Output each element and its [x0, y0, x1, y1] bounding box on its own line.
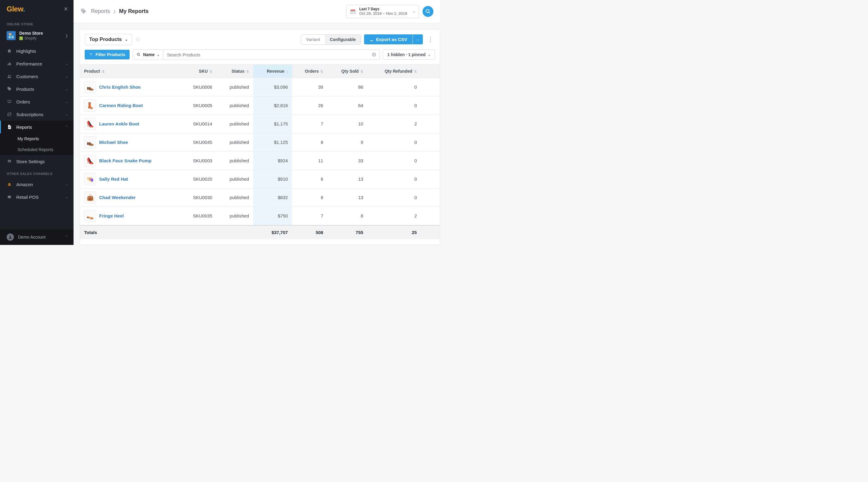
- more-menu-icon[interactable]: ⋮: [426, 36, 435, 43]
- column-header[interactable]: Status⇅: [216, 64, 253, 78]
- svg-line-16: [429, 12, 430, 13]
- cell-amt-refunded: $250: [421, 207, 440, 225]
- cell-qty-refunded: 0: [367, 170, 421, 188]
- cell-qty-sold: 13: [327, 188, 367, 207]
- store-selector[interactable]: 🏪 Demo Store Shopify ❯: [0, 28, 73, 45]
- totals-label: Totals: [80, 225, 180, 239]
- toggle-variant[interactable]: Variant: [301, 35, 325, 44]
- cell-orders: 7: [292, 207, 327, 225]
- column-header[interactable]: Amount Refunded⇅: [421, 64, 440, 78]
- column-header[interactable]: SKU⇅: [180, 64, 217, 78]
- cell-status: published: [216, 133, 253, 151]
- sort-down-icon: ↓: [286, 70, 288, 73]
- search-field-label: Name: [143, 52, 155, 57]
- cell-amt-refunded: $0: [421, 170, 440, 188]
- nav-label: Reports: [16, 124, 61, 130]
- sidebar-item-retail-pos[interactable]: Retail POS⌄: [0, 191, 73, 203]
- sidebar-item-customers[interactable]: Customers⌄: [0, 70, 73, 83]
- cell-sku: SKU0045: [180, 133, 217, 151]
- product-link[interactable]: Fringe Heel: [99, 213, 124, 218]
- breadcrumb-current: My Reports: [119, 8, 149, 15]
- report-selector[interactable]: Top Products ⌄: [85, 34, 132, 45]
- svg-point-20: [137, 53, 139, 56]
- inbox-icon: [7, 99, 12, 104]
- cell-qty-sold: 9: [327, 133, 367, 151]
- cell-qty-refunded: 0: [367, 188, 421, 207]
- product-link[interactable]: Carmen Riding Boot: [99, 103, 143, 108]
- column-header[interactable]: Qty Refunded⇅: [367, 64, 421, 78]
- cell-orders: 11: [292, 151, 327, 170]
- sidebar-item-amazon[interactable]: aAmazon⌄: [0, 178, 73, 191]
- cell-amt-refunded: $75: [421, 115, 440, 133]
- cell-revenue: $910: [253, 170, 292, 188]
- nav-label: Retail POS: [16, 195, 61, 200]
- account-menu[interactable]: Demo Account ⌃: [0, 229, 73, 245]
- product-link[interactable]: Chris English Shoe: [99, 84, 141, 90]
- nav-label: Products: [16, 87, 61, 92]
- product-thumbnail: 👞: [84, 136, 96, 148]
- search-field-selector[interactable]: Name ⌄: [133, 50, 163, 60]
- cell-qty-sold: 8: [327, 207, 367, 225]
- products-table: Product⇅SKU⇅Status⇅Revenue↓Orders⇅Qty So…: [80, 64, 440, 239]
- clear-search-icon[interactable]: [369, 50, 379, 60]
- svg-line-21: [139, 55, 140, 56]
- cell-sku: SKU0014: [180, 115, 217, 133]
- sort-icon: ⇅: [414, 70, 417, 73]
- chevron-down-icon: ⌄: [65, 74, 68, 79]
- avatar-icon: [7, 233, 14, 241]
- column-header[interactable]: Revenue↓: [253, 64, 292, 78]
- product-link[interactable]: Chad Weekender: [99, 195, 135, 200]
- column-header[interactable]: Orders⇅: [292, 64, 327, 78]
- chevron-down-icon: ⌄: [412, 9, 415, 13]
- column-header[interactable]: Qty Sold⇅: [327, 64, 367, 78]
- product-link[interactable]: Sally Red Hat: [99, 176, 128, 181]
- cell-revenue: $832: [253, 188, 292, 207]
- sidebar-item-settings[interactable]: Store Settings: [0, 155, 73, 168]
- export-button[interactable]: Export as CSV: [364, 34, 412, 44]
- cell-sku: SKU0005: [180, 96, 217, 115]
- date-range: Oct 26, 2018 – Nov 2, 2018: [359, 11, 407, 16]
- cell-qty-sold: 33: [327, 151, 367, 170]
- sidebar-item-reports[interactable]: Reports⌃: [0, 121, 73, 133]
- export-dropdown[interactable]: ⌄: [413, 34, 423, 44]
- sidebar-item-highlights[interactable]: Highlights: [0, 45, 73, 57]
- subnav-item[interactable]: Scheduled Reports: [0, 144, 73, 155]
- breadcrumb-parent[interactable]: Reports: [91, 8, 110, 15]
- totals-qty-refunded: 25: [367, 225, 421, 239]
- store-name: Demo Store: [19, 31, 61, 36]
- column-header[interactable]: Product⇅: [80, 64, 180, 78]
- search-button[interactable]: [423, 6, 433, 17]
- cell-status: published: [216, 170, 253, 188]
- cell-amt-refunded: $0: [421, 78, 440, 96]
- export-label: Export as CSV: [376, 37, 407, 42]
- columns-button[interactable]: 1 hidden · 1 pinned ⌄: [383, 50, 435, 60]
- subnav-item[interactable]: My Reports: [0, 133, 73, 144]
- product-link[interactable]: Lauren Ankle Boot: [99, 121, 139, 126]
- product-link[interactable]: Black Faux Snake Pump: [99, 158, 151, 163]
- sidebar-item-products[interactable]: Products⌄: [0, 83, 73, 95]
- cell-sku: SKU0006: [180, 78, 217, 96]
- product-link[interactable]: Michael Shoe: [99, 140, 128, 145]
- tag-icon: [80, 8, 87, 15]
- cell-orders: 26: [292, 96, 327, 115]
- sort-icon: ⇅: [102, 70, 104, 73]
- close-sidebar-icon[interactable]: ✕: [64, 6, 68, 12]
- date-label: Last 7 Days: [359, 7, 407, 11]
- table-row: 👢Carmen Riding Boot SKU0005 published $2…: [80, 96, 440, 115]
- home-icon: [7, 48, 12, 54]
- amazon-icon: a: [7, 181, 12, 187]
- svg-rect-8: [8, 198, 10, 198]
- info-icon[interactable]: ⓘ: [136, 37, 140, 42]
- cell-revenue: $1,175: [253, 115, 292, 133]
- sidebar-item-orders[interactable]: Orders⌄: [0, 95, 73, 108]
- toggle-configurable[interactable]: Configurable: [325, 35, 361, 44]
- svg-rect-1: [9, 62, 10, 65]
- sidebar-item-subscriptions[interactable]: Subscriptions⌄: [0, 108, 73, 121]
- search-input[interactable]: [163, 50, 369, 60]
- download-icon: [370, 37, 374, 41]
- filter-button[interactable]: Filter Products: [85, 50, 130, 59]
- svg-rect-11: [351, 10, 355, 10]
- date-range-picker[interactable]: Last 7 Days Oct 26, 2018 – Nov 2, 2018 ⌄: [346, 5, 419, 18]
- bar-icon: [7, 61, 12, 66]
- sidebar-item-performance[interactable]: Performance⌄: [0, 57, 73, 70]
